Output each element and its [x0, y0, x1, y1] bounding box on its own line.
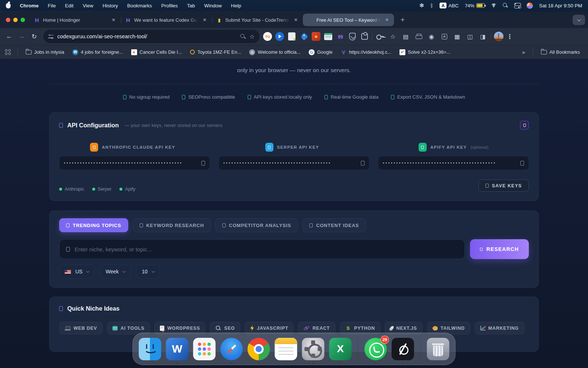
new-tab-button[interactable]: + — [398, 16, 407, 24]
forward-button[interactable]: → — [16, 31, 27, 42]
research-tab[interactable]: CONTENT IDEAS — [302, 218, 366, 232]
menu-item-view[interactable]: View — [83, 3, 93, 8]
spotlight-search-icon[interactable] — [503, 3, 508, 8]
dock-app-trash[interactable] — [427, 338, 449, 360]
close-tab-icon[interactable]: ✕ — [110, 17, 117, 23]
bookmark-star-icon[interactable]: ☆ — [250, 33, 255, 40]
menu-item-edit[interactable]: Edit — [65, 3, 74, 8]
window-icon[interactable] — [324, 32, 333, 41]
tag-icon[interactable] — [300, 32, 308, 41]
chatgpt-menubar-icon[interactable]: ✻ — [419, 2, 424, 9]
bookmark-item[interactable]: ♦Cancer Cells Die I... — [128, 48, 185, 57]
show-key-eye-icon[interactable] — [201, 161, 205, 166]
menubar-clock[interactable]: Sat 18 Apr 9:50 PM — [539, 3, 582, 8]
bluetooth-icon[interactable]: ᛒ — [430, 3, 433, 8]
star-sparkle-icon[interactable]: ☆ — [388, 32, 398, 41]
close-window-button[interactable] — [6, 18, 10, 22]
dock-app-chatgpt[interactable] — [392, 338, 414, 360]
menu-item-history[interactable]: History — [103, 3, 118, 8]
dock-app-notes[interactable] — [275, 338, 297, 360]
all-bookmarks-button[interactable]: All Bookmarks — [538, 48, 583, 56]
bookmarks-overflow-button[interactable]: » — [520, 49, 527, 55]
menu-item-profiles[interactable]: Profiles — [161, 3, 178, 8]
show-key-eye-icon[interactable] — [361, 161, 365, 166]
close-tab-icon[interactable]: ✕ — [384, 17, 390, 23]
menu-item-tab[interactable]: Tab — [187, 3, 195, 8]
siri-icon[interactable] — [527, 3, 533, 9]
address-bar[interactable]: codexguruu.com/ai-seo-research-tool/ ☆ — [43, 30, 259, 43]
maximize-window-button[interactable] — [21, 18, 25, 22]
dock-app-settings[interactable] — [302, 338, 325, 360]
close-tab-icon[interactable]: ✕ — [201, 17, 208, 23]
signal-wave-icon[interactable]: ((•)) — [336, 32, 345, 41]
save-keys-button[interactable]: SAVE KEYS — [478, 180, 529, 192]
dock-app-safari[interactable] — [220, 338, 243, 360]
menu-item-chrome[interactable]: Chrome — [20, 3, 39, 8]
dock-app-excel[interactable] — [329, 338, 352, 360]
dock-app-word[interactable] — [166, 338, 189, 360]
profile-avatar[interactable] — [494, 32, 503, 41]
collapse-panel-button[interactable] — [520, 121, 529, 130]
tab-search-button[interactable] — [573, 15, 585, 25]
zoom-search-icon[interactable] — [240, 34, 246, 39]
keyword-search-input[interactable]: Enter niche, keyword, or topic... — [59, 239, 465, 259]
dock-app-whatsapp[interactable]: 29 — [365, 338, 387, 360]
browser-menu-button[interactable]: ⋮ — [505, 32, 514, 41]
input-source-menu[interactable]: A ABC — [440, 3, 459, 8]
back-button[interactable]: ← — [4, 31, 15, 42]
apple-menu-icon[interactable] — [6, 3, 11, 8]
bookmark-item[interactable]: W4 jobs for foreigne... — [69, 48, 126, 57]
browser-tab[interactable]: Free AI SEO Tool – Keyword F ✕ — [303, 14, 394, 26]
api-key-input[interactable]: •••••••••••••••••••••••••••••••••••••••• — [219, 156, 369, 170]
bookmark-item[interactable]: Vhttps://videokhoj.c... — [338, 48, 394, 57]
api-key-input[interactable]: ••••••••••••••••••••••••••••••••••••••••… — [59, 156, 210, 170]
key-icon[interactable] — [375, 32, 385, 41]
filter-dropdown[interactable]: Week — [100, 265, 131, 279]
red-star-icon[interactable]: ★ — [312, 32, 320, 41]
close-tab-icon[interactable]: ✕ — [293, 17, 299, 23]
page-cursor-icon[interactable] — [287, 32, 296, 41]
show-key-eye-icon[interactable] — [520, 161, 524, 166]
bookmark-item[interactable]: Jobs in mlysia — [23, 48, 67, 56]
form-icon[interactable]: ▤ — [401, 32, 410, 41]
dock-app-chrome[interactable] — [248, 338, 270, 360]
research-button[interactable]: RESEARCH — [470, 239, 529, 259]
puzzle-icon[interactable] — [360, 32, 369, 41]
bookmark-item[interactable]: ◍Welcome to officia... — [246, 48, 304, 57]
research-tab[interactable]: TRENDING TOPICS — [59, 218, 128, 232]
shield-icon[interactable] — [348, 32, 357, 41]
browser-tab[interactable]: ▮ Submit Your Site - CodeTrend ✕ — [212, 14, 303, 26]
niche-chip[interactable]: MARKETING — [475, 322, 524, 335]
filter-dropdown[interactable]: US — [59, 265, 94, 279]
printer-icon[interactable] — [414, 32, 423, 41]
apps-grid-icon[interactable] — [5, 49, 11, 55]
qr-grid-icon[interactable]: ▦ — [452, 32, 462, 41]
browser-tab[interactable]: H Home | Hostinger ✕ — [29, 14, 121, 26]
control-center-icon[interactable] — [514, 3, 520, 8]
bookmark-item[interactable]: x²Solve x2-12x+36=... — [397, 48, 453, 57]
browser-tab[interactable]: H We want to feature Codex Gu ✕ — [121, 14, 212, 26]
menu-item-window[interactable]: Window — [204, 3, 222, 8]
wifi-icon[interactable] — [491, 3, 496, 8]
sidebar-icon[interactable]: ◨ — [478, 32, 488, 41]
minimize-window-button[interactable] — [13, 18, 18, 22]
bookmark-item[interactable]: Toyota 1MZ-FE En... — [187, 48, 244, 56]
reload-button[interactable]: ↻ — [29, 31, 40, 42]
menu-item-help[interactable]: Help — [231, 3, 241, 8]
reading-list-icon[interactable]: ◫ — [465, 32, 475, 41]
research-tab[interactable]: COMPETITOR ANALYSIS — [215, 218, 298, 232]
niche-chip[interactable]: WEB DEV — [59, 322, 103, 335]
dock-app-finder[interactable] — [139, 338, 161, 360]
research-tab[interactable]: KEYWORD RESEARCH — [133, 218, 211, 232]
site-settings-icon[interactable] — [48, 34, 54, 39]
battery-status[interactable]: 74% — [465, 3, 485, 8]
bookmark-item[interactable]: GGoogle — [306, 48, 336, 57]
menu-item-bookmarks[interactable]: Bookmarks — [127, 3, 152, 8]
menu-item-file[interactable]: File — [48, 3, 56, 8]
api-key-input[interactable]: ••••••••••••••••••••••••••••••••••••••••… — [378, 156, 529, 170]
translate-icon[interactable] — [440, 32, 449, 41]
blue-play-icon[interactable] — [275, 32, 284, 41]
filter-dropdown[interactable]: 10 — [136, 265, 160, 279]
camera-icon[interactable]: ◉ — [427, 32, 436, 41]
sq-badge-icon[interactable]: SQ — [263, 32, 272, 41]
